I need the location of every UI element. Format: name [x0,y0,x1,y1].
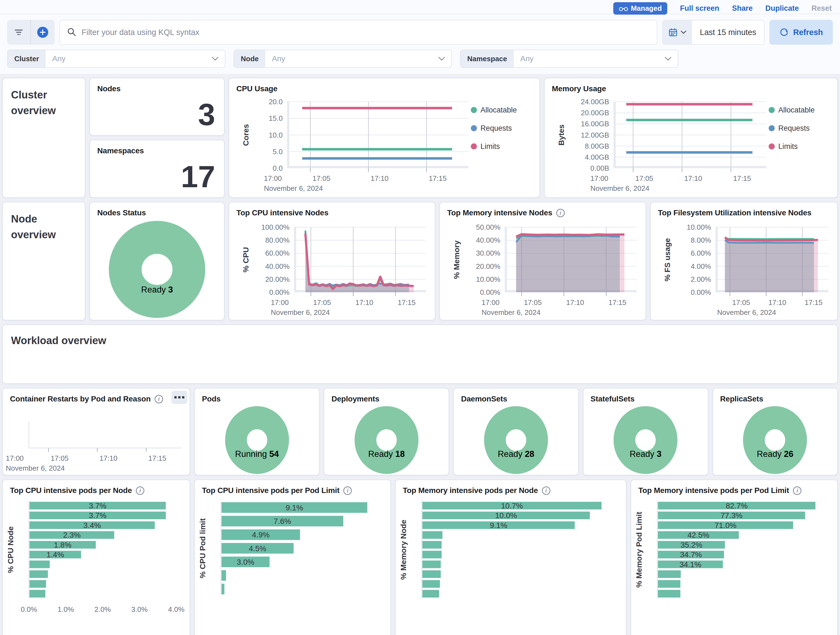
svg-text:4.00%: 4.00% [691,262,711,271]
node-overview-title: Node overview [3,203,85,252]
svg-text:60.00%: 60.00% [265,249,289,257]
statefulsets-panel: StatefulSets Ready 3 [583,388,708,475]
mem-per-pod-limit-chart: 82.7%77.3%71.0%42.5%35.2%34.7%34.1%% Mem… [631,497,837,635]
cpu-usage-title: CPU Usage [229,78,539,95]
node-filter[interactable]: Node Any [234,50,452,68]
mem-per-pod-limit-panel: Top Memory intensive pods per Pod Limit … [631,480,838,635]
svg-text:4.9%: 4.9% [252,530,270,539]
kql-search-input[interactable] [82,28,650,37]
statefulsets-donut: Ready 3 [584,405,708,475]
deployments-label: Ready 18 [368,449,405,459]
refresh-button[interactable]: Refresh [769,20,833,45]
memory-usage-panel: Memory Usage 0.00B4.00GB8.00GB12.00GB16.… [544,78,838,198]
managed-badge[interactable]: Managed [613,2,668,14]
container-restarts-title: Container Restarts by Pod and Reason [3,388,189,405]
info-icon[interactable] [542,486,551,495]
add-filter-button[interactable] [31,20,55,45]
reset-button[interactable]: Reset [812,4,832,13]
svg-text:Allocatable: Allocatable [778,106,815,114]
top-fs-nodes-panel: Top Filesystem Utilization intensive Nod… [650,202,838,320]
svg-text:4.0%: 4.0% [168,605,184,613]
svg-text:17:00: 17:00 [482,298,499,307]
daemonsets-donut: Ready 28 [454,405,578,475]
svg-text:Requests: Requests [480,124,512,132]
node-filter-value: Any [265,54,438,63]
cluster-filter-label: Cluster [8,50,46,67]
share-button[interactable]: Share [732,4,753,13]
svg-text:2.3%: 2.3% [63,531,81,539]
mem-per-node-title: Top Memory intensive pods per Node [396,480,626,497]
mem-per-pod-limit-title: Top Memory intensive pods per Pod Limit [631,480,837,497]
namespaces-metric-title: Namespaces [90,140,224,157]
svg-text:17:05: 17:05 [635,174,653,182]
node-overview-row: Node overview Nodes Status Ready 3 Top C… [2,202,838,320]
svg-text:0.00%: 0.00% [269,288,289,296]
svg-text:3.0%: 3.0% [131,605,148,613]
calendar-dropdown-button[interactable] [663,21,692,44]
cluster-overview-panel: Cluster overview [2,78,85,198]
svg-text:3.7%: 3.7% [89,511,107,520]
svg-text:20.00%: 20.00% [476,262,500,271]
svg-text:0.00%: 0.00% [691,288,711,296]
svg-text:40.00%: 40.00% [476,236,500,244]
panel-options-button[interactable] [171,391,187,404]
filter-menu-button[interactable] [7,20,31,45]
deployments-title: Deployments [324,388,448,405]
svg-text:November 6, 2024: November 6, 2024 [591,184,649,192]
svg-text:% CPU: % CPU [242,247,250,272]
svg-text:November 6, 2024: November 6, 2024 [271,308,330,316]
namespace-filter[interactable]: Namespace Any [460,50,678,68]
svg-text:November 6, 2024: November 6, 2024 [264,184,323,192]
chevron-down-icon [665,57,672,61]
info-icon[interactable] [155,395,163,404]
top-chrome: Managed Full screen Share Duplicate Rese… [0,0,840,74]
memory-usage-chart: 0.00B4.00GB8.00GB12.00GB16.00GB20.00GB24… [545,95,837,193]
top-memory-nodes-title: Top Memory intensive Nodes [440,203,646,219]
info-icon[interactable] [793,486,801,495]
replicasets-donut: Ready 26 [713,405,837,475]
info-icon[interactable] [343,486,352,495]
info-icon[interactable] [136,486,144,495]
duplicate-button[interactable]: Duplicate [765,4,799,13]
svg-text:15.0: 15.0 [268,114,283,122]
svg-text:50.00%: 50.00% [476,223,500,231]
info-icon[interactable] [556,209,565,217]
svg-text:17:10: 17:10 [99,454,117,462]
svg-text:10.00%: 10.00% [687,223,711,231]
cpu-usage-chart: 0.05.010.015.020.017:0017:0517:1017:15No… [229,95,539,193]
kql-search-box [60,20,657,45]
topbar: Managed Full screen Share Duplicate Rese… [0,0,840,14]
namespaces-metric-panel: Namespaces 17 [90,140,224,198]
full-screen-button[interactable]: Full screen [680,4,719,13]
svg-text:0.00%: 0.00% [480,288,500,296]
top-cpu-nodes-chart: 0.00%20.00%40.00%60.00%80.00%100.00%17:0… [229,219,435,316]
cpu-per-pod-limit-panel: Top CPU intensive pods per Pod Limit 9.1… [194,480,391,635]
top-memory-nodes-chart: 0.00%10.00%20.00%30.00%40.00%50.00%17:00… [440,219,646,316]
svg-text:17:00: 17:00 [271,298,289,307]
statefulsets-label: Ready 3 [630,449,661,459]
svg-text:17:15: 17:15 [148,454,166,462]
svg-text:2.00%: 2.00% [691,275,711,283]
svg-text:November 6, 2024: November 6, 2024 [717,308,776,316]
workload-overview-title: Workload overview [3,325,837,356]
filter-bar: Cluster Any Node Any Namespace Any [0,49,840,74]
workload-overview-row: Workload overview [2,325,838,384]
cpu-usage-panel: CPU Usage 0.05.010.015.020.017:0017:0517… [229,78,540,198]
svg-text:November 6, 2024: November 6, 2024 [6,464,65,472]
namespace-filter-label: Namespace [461,50,514,67]
svg-text:16.00GB: 16.00GB [581,120,609,128]
pods-panel: Pods Running 54 [194,388,320,475]
svg-text:10.0%: 10.0% [495,511,517,520]
svg-text:40.00%: 40.00% [265,262,289,271]
svg-text:20.0: 20.0 [268,98,283,106]
svg-text:1.8%: 1.8% [54,541,71,549]
svg-text:Requests: Requests [778,124,810,132]
daemonsets-label: Ready 28 [498,449,534,459]
refresh-label: Refresh [793,28,823,37]
svg-text:7.6%: 7.6% [273,517,291,526]
cluster-filter[interactable]: Cluster Any [7,50,225,68]
pods-label: Running 54 [235,449,279,459]
cluster-overview-title: Cluster overview [3,78,85,127]
time-range-value[interactable]: Last 15 minutes [692,21,764,44]
svg-text:34.7%: 34.7% [680,550,702,559]
